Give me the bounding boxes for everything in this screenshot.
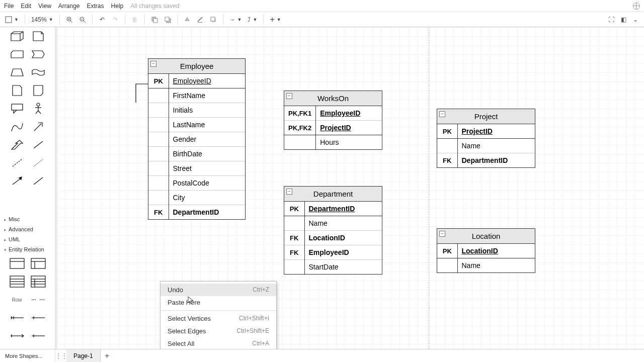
collapse-icon[interactable]: − (286, 93, 292, 99)
shape-divider-line[interactable] (30, 138, 47, 152)
table-row[interactable]: Initials (148, 103, 245, 118)
table-row[interactable]: Name (437, 139, 535, 153)
er-conn-1[interactable] (9, 311, 26, 325)
table-row[interactable]: FirstName (148, 88, 245, 103)
view-mode-dropdown[interactable]: ▼ (3, 16, 21, 23)
shape-callout[interactable] (9, 102, 26, 116)
menu-arrange[interactable]: Arrange (58, 3, 80, 10)
stroke-icon[interactable] (195, 14, 206, 25)
shadow-icon[interactable] (208, 14, 219, 25)
canvas[interactable]: −Employee PKEmployeeIDFirstNameInitialsL… (55, 27, 644, 349)
add-page-button[interactable]: + (101, 351, 114, 360)
table-row[interactable]: Name (284, 216, 382, 231)
shape-thin-line[interactable] (30, 156, 47, 170)
table-row[interactable]: PKDepartmentID (284, 202, 382, 216)
table-row[interactable]: Gender (148, 132, 245, 147)
zoom-in-icon[interactable] (64, 14, 75, 25)
menu-edit[interactable]: Edit (21, 3, 31, 10)
shape-plain-line[interactable] (30, 174, 47, 188)
category-advanced[interactable]: Advanced (0, 224, 55, 234)
table-row[interactable]: FKDepartmentID (437, 153, 535, 168)
entity-project[interactable]: −Project PKProjectIDNameFKDepartmentID (437, 109, 535, 168)
shape-trapezoid[interactable] (9, 65, 26, 79)
menu-view[interactable]: View (38, 3, 51, 10)
table-row[interactable]: FKDepartmentID (148, 205, 245, 220)
table-row[interactable]: PKProjectID (437, 124, 535, 139)
shape-note[interactable] (30, 29, 47, 43)
table-row[interactable]: FKLocationID (284, 231, 382, 245)
shape-actor[interactable] (30, 102, 47, 116)
menu-file[interactable]: File (4, 3, 14, 10)
delete-icon[interactable]: 🗑 (129, 14, 140, 25)
context-menu-item[interactable]: Select EdgesCtrl+Shift+E (160, 325, 276, 337)
table-row[interactable]: PKEmployeeID (148, 74, 245, 88)
entity-workson[interactable]: −WorksOn PK,FK1EmployeeIDPK,FK2ProjectID… (284, 90, 382, 150)
redo-icon[interactable]: ↷ (110, 14, 121, 25)
zoom-out-icon[interactable] (77, 14, 88, 25)
insert-dropdown[interactable]: +▼ (268, 15, 283, 24)
er-row-shape[interactable] (30, 293, 47, 307)
table-row[interactable]: City (148, 191, 245, 205)
category-entity-relation[interactable]: Entity Relation (0, 244, 55, 254)
menu-extras[interactable]: Extras (87, 3, 104, 10)
table-row[interactable]: PKLocationID (437, 244, 535, 258)
context-menu-item[interactable]: UndoCtrl+Z (160, 284, 276, 296)
collapse-icon[interactable]: − (150, 61, 156, 67)
er-conn-3[interactable] (9, 329, 26, 343)
context-menu-item[interactable]: Select VerticesCtrl+Shift+I (160, 312, 276, 325)
fill-icon[interactable] (182, 14, 193, 25)
table-row[interactable]: Name (437, 258, 535, 273)
er-table-3[interactable] (9, 275, 26, 289)
table-row[interactable]: Hours (284, 135, 382, 150)
context-menu-item[interactable]: Select AllCtrl+A (160, 337, 276, 349)
format-panel-icon[interactable]: ◧ (618, 14, 629, 25)
page-tab[interactable]: Page-1 (66, 349, 101, 362)
category-uml[interactable]: UML (0, 234, 55, 244)
table-row[interactable]: Street (148, 161, 245, 176)
shape-curve[interactable] (9, 120, 26, 134)
shape-tape[interactable] (30, 65, 47, 79)
entity-location[interactable]: −Location PKLocationIDName (437, 228, 535, 273)
shape-dashed-line[interactable] (9, 156, 26, 170)
table-row[interactable]: FKEmployeeID (284, 245, 382, 260)
shape-document[interactable] (9, 83, 26, 98)
table-row[interactable]: PK,FK1EmployeeID (284, 106, 382, 121)
er-table-1[interactable] (9, 256, 26, 270)
er-table-2[interactable] (30, 256, 47, 270)
waypoints-dropdown[interactable]: ⤴▼ (246, 16, 259, 23)
to-back-icon[interactable] (162, 14, 173, 25)
shape-arrow-ne[interactable] (30, 120, 47, 134)
context-menu-item[interactable]: Paste Here (160, 296, 276, 309)
connection-dropdown[interactable]: →▼ (227, 16, 244, 23)
more-shapes-button[interactable]: More Shapes... (0, 349, 55, 362)
tab-drag-handle[interactable]: ⋮⋮ (55, 352, 66, 359)
er-conn-4[interactable] (30, 329, 47, 343)
entity-employee[interactable]: −Employee PKEmployeeIDFirstNameInitialsL… (148, 58, 246, 220)
zoom-dropdown[interactable]: 145% ▼ (29, 16, 55, 23)
category-misc[interactable]: Misc (0, 214, 55, 224)
fullscreen-icon[interactable]: ⛶ (606, 14, 617, 25)
collapse-icon[interactable]: − (439, 111, 445, 117)
collapse-icon[interactable]: − (286, 189, 292, 195)
er-conn-2[interactable] (30, 311, 47, 325)
table-row[interactable]: LastName (148, 118, 245, 132)
table-row[interactable]: PostalCode (148, 176, 245, 191)
menu-help[interactable]: Help (111, 3, 124, 10)
entity-department[interactable]: −Department PKDepartmentIDNameFKLocation… (284, 186, 382, 275)
shape-card[interactable] (9, 47, 26, 61)
table-row[interactable]: BirthDate (148, 147, 245, 161)
shape-big-arrow[interactable] (9, 138, 26, 152)
to-front-icon[interactable] (149, 14, 160, 25)
er-table-4[interactable] (30, 275, 47, 289)
shape-step[interactable] (30, 47, 47, 61)
shape-page[interactable] (30, 83, 47, 98)
key-cell: PK,FK2 (284, 121, 316, 135)
collapse-icon[interactable]: − (439, 231, 445, 237)
shape-cube[interactable] (9, 29, 26, 43)
table-row[interactable]: PK,FK2ProjectID (284, 121, 382, 135)
language-icon[interactable] (633, 3, 640, 10)
collapse-panel-icon[interactable]: ⌄ (630, 14, 641, 25)
table-row[interactable]: StartDate (284, 260, 382, 275)
undo-icon[interactable]: ↶ (97, 14, 108, 25)
shape-arrow-line[interactable] (9, 174, 26, 188)
